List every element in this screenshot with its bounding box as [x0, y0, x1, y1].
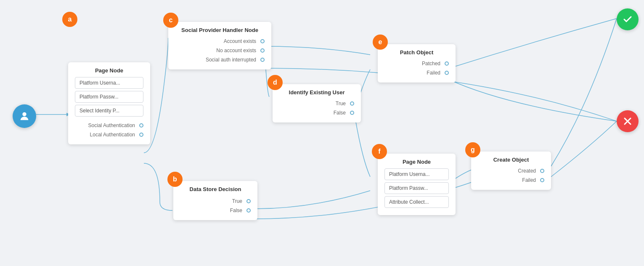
node-g-title: Create Object	[478, 157, 544, 163]
node-c-social[interactable]: Social Provider Handler Node Account exi…	[168, 22, 271, 69]
node-a-output-local: Local Authentication	[75, 130, 143, 139]
check-icon	[623, 14, 633, 24]
node-e-title: Patch Object	[384, 49, 449, 56]
node-f-page[interactable]: Page Node Platform Userna... Platform Pa…	[378, 154, 456, 215]
node-g-output-created: Created	[478, 166, 544, 176]
node-c-output-exists: Account exists	[175, 37, 265, 46]
node-a-page[interactable]: Page Node Platform Userna... Platform Pa…	[68, 62, 150, 144]
node-d-output-true: True	[279, 99, 354, 108]
node-d-identify[interactable]: Identify Existing User True False	[273, 84, 361, 122]
node-g-output-failed: Failed	[478, 176, 544, 185]
node-e-output-failed: Failed	[384, 68, 449, 77]
node-e-patch[interactable]: Patch Object Patched Failed	[378, 44, 456, 82]
node-a-field-2[interactable]: Select Identity P...	[75, 105, 143, 117]
end-node-failure[interactable]	[617, 110, 639, 132]
end-node-success[interactable]	[617, 8, 639, 30]
node-e-output-patched: Patched	[384, 59, 449, 68]
start-node[interactable]	[13, 104, 36, 128]
svg-point-0	[22, 112, 26, 116]
node-a-field-1[interactable]: Platform Passw...	[75, 91, 143, 103]
node-c-output-interrupted: Social auth interrupted	[175, 55, 265, 64]
person-icon	[19, 110, 30, 122]
node-b-output-true: True	[180, 197, 251, 206]
node-f-field-2[interactable]: Attribute Collect...	[384, 196, 449, 208]
node-f-field-0[interactable]: Platform Userna...	[384, 168, 449, 180]
node-f-title: Page Node	[384, 159, 449, 165]
node-d-title: Identify Existing User	[279, 89, 354, 96]
node-a-title: Page Node	[75, 67, 143, 74]
node-d-output-false: False	[279, 108, 354, 117]
node-g-create[interactable]: Create Object Created Failed	[471, 152, 551, 190]
node-a-field-0[interactable]: Platform Userna...	[75, 77, 143, 89]
node-b-title: Data Store Decision	[180, 186, 251, 192]
node-f-field-1[interactable]: Platform Passw...	[384, 182, 449, 194]
node-b-output-false: False	[180, 206, 251, 215]
flow-canvas: a Page Node Platform Userna... Platform …	[0, 0, 644, 266]
node-b-data-store[interactable]: Data Store Decision True False	[173, 181, 257, 220]
node-a-output-social: Social Authentication	[75, 121, 143, 130]
node-c-title: Social Provider Handler Node	[175, 27, 265, 33]
x-icon	[623, 116, 633, 126]
node-c-output-no-exists: No account exists	[175, 46, 265, 55]
